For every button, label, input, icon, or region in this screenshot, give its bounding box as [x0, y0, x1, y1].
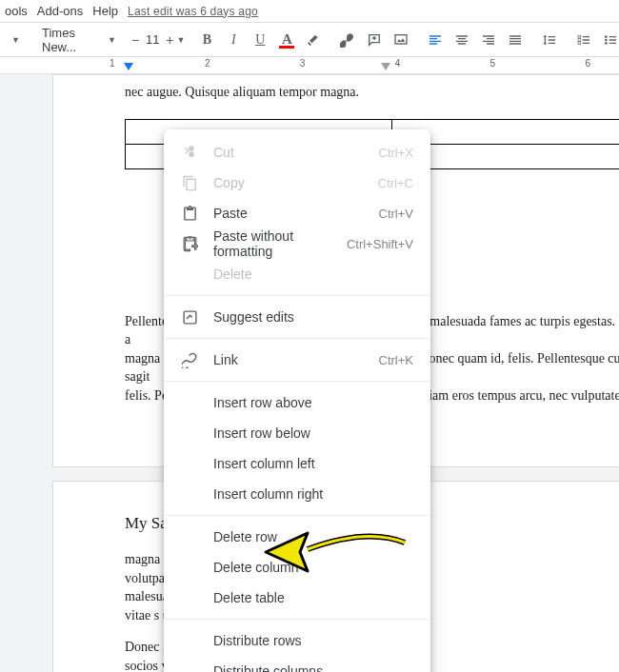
- line-spacing-button[interactable]: [537, 28, 562, 52]
- align-right-button[interactable]: [476, 28, 501, 52]
- ctx-item-label: Suggest edits: [213, 309, 413, 325]
- paste-icon: [181, 205, 198, 222]
- insert-image-button[interactable]: [389, 28, 413, 52]
- ctx-item-label: Delete column: [213, 560, 413, 575]
- bullet-list-button[interactable]: [598, 28, 619, 52]
- menu-tools[interactable]: ools: [5, 4, 28, 18]
- ruler: 1 2 3 4 5 6: [0, 57, 619, 74]
- ctx-item-label: Insert column left: [213, 456, 413, 471]
- blank-icon: [181, 662, 198, 672]
- ruler-mark: 3: [300, 58, 306, 73]
- svg-rect-7: [184, 311, 196, 324]
- font-size-group[interactable]: − 11 + ▼: [131, 32, 185, 48]
- svg-rect-3: [578, 42, 581, 45]
- doc-text[interactable]: nec augue. Quisque aliquam tempor magna.: [53, 75, 619, 102]
- ctx-cut: Cut Ctrl+X: [164, 137, 430, 168]
- blank-icon: [181, 559, 198, 576]
- align-center-button[interactable]: [449, 28, 474, 52]
- font-size-value[interactable]: 11: [139, 32, 166, 47]
- ruler-mark: 4: [395, 58, 401, 73]
- ctx-item-label: Delete row: [213, 529, 413, 544]
- paste-plain-icon: [181, 235, 198, 252]
- ctx-item-shortcut: Ctrl+C: [378, 176, 413, 190]
- ruler-mark: 1: [110, 58, 115, 73]
- ctx-divider: [164, 295, 430, 296]
- align-left-button[interactable]: [423, 28, 448, 52]
- ctx-delete-table[interactable]: Delete table: [164, 583, 430, 613]
- menu-help[interactable]: Help: [92, 4, 118, 18]
- align-justify-button[interactable]: [503, 28, 528, 52]
- ctx-distribute-columns[interactable]: Distribute columns: [164, 656, 430, 672]
- ctx-delete-column[interactable]: Delete column: [164, 552, 430, 583]
- ctx-item-shortcut: Ctrl+K: [379, 353, 413, 367]
- menu-addons[interactable]: Add-ons: [37, 4, 83, 18]
- ctx-divider: [164, 515, 430, 516]
- context-menu: Cut Ctrl+X Copy Ctrl+C Paste Ctrl+V Past…: [164, 129, 430, 672]
- last-edit-info[interactable]: Last edit was 6 days ago: [128, 5, 258, 18]
- checklist-button[interactable]: [571, 28, 596, 52]
- underline-button[interactable]: U: [248, 28, 272, 52]
- italic-button[interactable]: I: [221, 28, 246, 52]
- font-family-select[interactable]: Times New... ▼: [36, 28, 122, 52]
- blank-icon: [181, 632, 198, 649]
- svg-rect-0: [395, 34, 407, 43]
- ctx-distribute-rows[interactable]: Distribute rows: [164, 625, 430, 656]
- ctx-insert-col-right[interactable]: Insert column right: [164, 479, 430, 509]
- ctx-delete-row[interactable]: Delete row: [164, 522, 430, 552]
- ctx-item-label: Insert row below: [213, 425, 413, 441]
- font-family-value: Times New...: [42, 26, 105, 54]
- ctx-item-label: Distribute rows: [213, 633, 413, 648]
- ctx-link[interactable]: Link Ctrl+K: [164, 345, 430, 375]
- ctx-insert-row-below[interactable]: Insert row below: [164, 418, 430, 448]
- svg-point-6: [605, 42, 608, 45]
- ctx-item-label: Delete table: [213, 590, 413, 605]
- minus-icon[interactable]: −: [131, 32, 139, 48]
- suggest-icon: [181, 308, 198, 326]
- ctx-item-label: Delete: [213, 267, 413, 282]
- blank-icon: [181, 485, 198, 503]
- blank-icon: [181, 528, 198, 545]
- indent-marker-right[interactable]: [381, 62, 390, 69]
- ctx-suggest-edits[interactable]: Suggest edits: [164, 302, 430, 332]
- highlight-button[interactable]: [301, 28, 326, 52]
- ctx-insert-col-left[interactable]: Insert column left: [164, 448, 430, 479]
- menubar: ools Add-ons Help Last edit was 6 days a…: [0, 0, 619, 23]
- ctx-copy: Copy Ctrl+C: [164, 168, 430, 198]
- toolbar: ▼ Times New... ▼ − 11 + ▼ B I U A: [0, 23, 619, 57]
- ctx-divider: [164, 338, 430, 339]
- svg-point-4: [605, 35, 608, 38]
- toolbar-more-icon[interactable]: ▼: [2, 28, 27, 52]
- blank-icon: [181, 455, 198, 472]
- ruler-mark: 6: [585, 58, 590, 73]
- ctx-item-label: Paste: [213, 206, 364, 221]
- ctx-item-label: Paste without formatting: [213, 228, 331, 259]
- blank-icon: [181, 589, 198, 606]
- plus-icon[interactable]: +: [166, 32, 173, 48]
- svg-point-5: [605, 38, 608, 41]
- ctx-item-shortcut: Ctrl+X: [379, 146, 413, 160]
- ruler-mark: 2: [205, 58, 210, 73]
- indent-marker-left[interactable]: [124, 62, 133, 69]
- add-comment-button[interactable]: [362, 28, 387, 52]
- blank-icon: [181, 425, 198, 442]
- ctx-paste-without-formatting[interactable]: Paste without formatting Ctrl+Shift+V: [164, 228, 430, 259]
- ctx-item-label: Cut: [213, 145, 364, 160]
- ctx-item-label: Copy: [213, 175, 363, 190]
- ctx-item-shortcut: Ctrl+Shift+V: [347, 237, 413, 251]
- bold-button[interactable]: B: [194, 28, 219, 52]
- ctx-item-shortcut: Ctrl+V: [379, 207, 413, 221]
- ctx-item-label: Insert column right: [213, 486, 413, 502]
- ctx-paste[interactable]: Paste Ctrl+V: [164, 198, 430, 228]
- blank-icon: [181, 394, 198, 411]
- text-color-button[interactable]: A: [274, 28, 299, 52]
- ctx-insert-row-above[interactable]: Insert row above: [164, 387, 430, 418]
- chevron-down-icon: ▼: [108, 35, 116, 45]
- cut-icon: [181, 144, 198, 161]
- ctx-item-label: Distribute columns: [213, 663, 413, 672]
- ruler-mark: 5: [490, 58, 496, 73]
- insert-link-button[interactable]: [335, 28, 360, 52]
- copy-icon: [181, 174, 198, 191]
- ctx-divider: [164, 381, 430, 382]
- chevron-down-icon: ▼: [176, 35, 185, 45]
- ctx-item-label: Insert row above: [213, 395, 413, 410]
